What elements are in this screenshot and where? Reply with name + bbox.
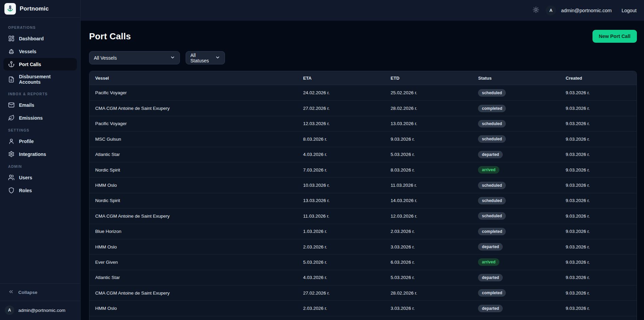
created-cell: 9.03.2026 г. [560,198,637,203]
sidebar-user-email: admin@portnomic.com [18,308,65,313]
status-badge: scheduled [478,182,505,189]
created-cell: 9.03.2026 г. [560,152,637,157]
sidebar-item-disbursement-accounts[interactable]: Disbursement Accounts [3,71,77,88]
etd-cell: 12.03.2026 г. [385,214,472,219]
users-icon [8,174,15,181]
vessel-filter-value: All Vessels [94,55,117,61]
status-badge: scheduled [478,212,505,220]
sidebar-item-integrations[interactable]: Integrations [3,148,77,160]
sidebar-item-label: Integrations [19,152,46,157]
page-content: Port Calls New Port Call All Vessels All… [81,21,644,320]
vessel-cell: Pacific Voyager [89,121,297,126]
created-cell: 9.03.2026 г. [560,183,637,188]
dashboard-icon [8,35,15,42]
sidebar-item-port-calls[interactable]: Port Calls [3,58,77,71]
theme-toggle-button[interactable] [531,5,541,16]
eta-cell: 1.03.2026 г. [297,229,385,234]
topbar: A admin@portnomic.com Logout [81,0,644,21]
table-row[interactable]: MSC Gulsun8.03.2026 г.9.03.2026 г.schedu… [89,131,637,146]
status-cell: departed [472,274,560,281]
table-row[interactable]: Nordic Spirit13.03.2026 г.14.03.2026 г.s… [89,193,637,208]
eta-cell: 10.03.2026 г. [297,183,385,188]
sidebar-item-emails[interactable]: Emails [3,99,77,111]
status-cell: completed [472,105,560,112]
sidebar-item-label: Roles [19,188,32,193]
table-row[interactable]: Ever Given5.03.2026 г.6.03.2026 г.arrive… [89,254,637,269]
sidebar-item-label: Emails [19,102,34,108]
logout-button[interactable]: Logout [622,8,637,13]
eta-cell: 11.03.2026 г. [297,214,385,219]
etd-cell: 3.03.2026 г. [385,306,472,311]
status-cell: departed [472,151,560,158]
created-cell: 9.03.2026 г. [560,291,637,296]
status-cell: scheduled [472,135,560,143]
avatar: A [5,305,14,315]
etd-cell: 13.03.2026 г. [385,121,472,126]
status-cell: scheduled [472,212,560,220]
brand: Portnomic [0,0,80,18]
sidebar-item-label: Vessels [19,49,36,54]
status-filter-select[interactable]: All Statuses [186,51,225,64]
eta-cell: 27.02.2026 г. [297,106,385,111]
table-row[interactable]: Blue Horizon1.03.2026 г.2.03.2026 г.comp… [89,224,637,239]
topbar-avatar[interactable]: A [546,5,556,16]
etd-cell: 14.03.2026 г. [385,198,472,203]
shield-icon [8,187,15,194]
etd-cell: 2.03.2026 г. [385,229,472,234]
table-row[interactable]: CMA CGM Antoine de Saint Exupery27.02.20… [89,285,637,300]
created-cell: 9.03.2026 г. [560,106,637,111]
table-row[interactable]: CMA CGM Antoine de Saint Exupery11.03.20… [89,208,637,223]
collapse-button[interactable]: Collapse [0,283,80,301]
sidebar-user[interactable]: A admin@portnomic.com [0,301,80,320]
sidebar-item-label: Users [19,175,32,180]
status-badge: scheduled [478,135,505,143]
status-badge: scheduled [478,120,505,127]
table-row[interactable]: HMM Oslo2.03.2026 г.3.03.2026 г.departed… [89,239,637,254]
table-row[interactable]: Nordic Spirit7.03.2026 г.8.03.2026 г.arr… [89,162,637,177]
eta-cell: 27.02.2026 г. [297,291,385,296]
vessel-cell: HMM Oslo [89,306,297,311]
eta-cell: 2.03.2026 г. [297,244,385,249]
table-row[interactable]: Pacific Voyager12.03.2026 г.13.03.2026 г… [89,116,637,131]
sidebar-item-roles[interactable]: Roles [3,184,77,197]
table-row[interactable]: Atlantic Star4.03.2026 г.5.03.2026 г.dep… [89,147,637,162]
etd-cell: 3.03.2026 г. [385,244,472,249]
sun-icon [533,6,539,14]
brand-name: Portnomic [20,5,49,12]
vessel-filter-select[interactable]: All Vessels [89,51,180,64]
table-body: Pacific Voyager24.02.2026 г.25.02.2026 г… [89,85,637,320]
status-cell: departed [472,243,560,251]
status-cell: scheduled [472,120,560,127]
sidebar-item-users[interactable]: Users [3,171,77,184]
sidebar-item-dashboard[interactable]: Dashboard [3,32,77,45]
column-header-status: Status [472,76,560,81]
vessel-cell: Nordic Spirit [89,198,297,203]
table-row[interactable]: CMA CGM Antoine de Saint Exupery27.02.20… [89,100,637,116]
new-port-call-button[interactable]: New Port Call [593,30,637,43]
envelope-icon [8,102,15,108]
sidebar: Portnomic OPERATIONSDashboardVesselsPort… [0,0,81,320]
table-header-row: Vessel ETA ETD Status Created [89,71,637,85]
table-row[interactable]: HMM Oslo10.03.2026 г.11.03.2026 г.schedu… [89,177,637,193]
ship-icon [8,48,15,55]
topbar-user-email: admin@portnomic.com [561,8,611,13]
sidebar-item-label: Profile [19,139,34,144]
table-row[interactable]: Pacific Voyager24.02.2026 г.25.02.2026 г… [89,85,637,100]
status-cell: scheduled [472,182,560,189]
chevron-down-icon [215,55,220,61]
sidebar-nav: OPERATIONSDashboardVesselsPort CallsDisb… [0,18,80,283]
sidebar-item-emissions[interactable]: Emissions [3,112,77,124]
created-cell: 9.03.2026 г. [560,229,637,234]
document-icon [8,76,15,83]
created-cell: 9.03.2026 г. [560,214,637,219]
etd-cell: 25.02.2026 г. [385,90,472,95]
sidebar-item-vessels[interactable]: Vessels [3,45,77,58]
table-row[interactable]: HMM Oslo2.03.2026 г.3.03.2026 г.departed… [89,300,637,316]
sidebar-item-profile[interactable]: Profile [3,135,77,147]
gear-icon [8,151,15,157]
eta-cell: 5.03.2026 г. [297,260,385,265]
column-header-etd: ETD [385,76,472,81]
eta-cell: 2.03.2026 г. [297,306,385,311]
table-row[interactable]: Atlantic Star4.03.2026 г.5.03.2026 г.dep… [89,270,637,285]
table-row[interactable]: Pacific Voyager24.02.2026 г.25.02.2026 г… [89,316,637,320]
